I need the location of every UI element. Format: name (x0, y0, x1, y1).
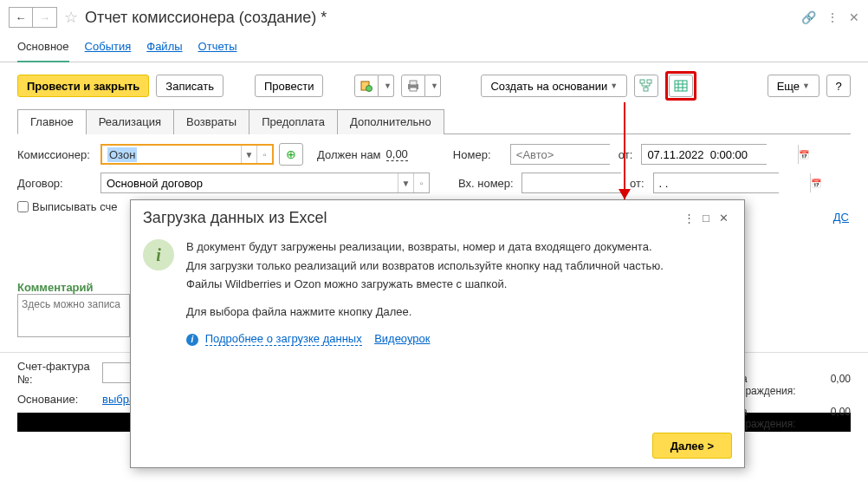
svg-rect-6 (647, 80, 651, 83)
nds-link-fragment[interactable]: ДС (833, 211, 849, 224)
excel-import-modal: Загрузка данных из Excel ⋮ □ ✕ i В докум… (130, 199, 745, 468)
open-icon[interactable]: ▫ (256, 146, 272, 163)
svg-rect-3 (410, 81, 417, 85)
contract-input[interactable]: ▼▫ (100, 173, 430, 193)
ext-number-input[interactable] (521, 173, 621, 193)
toolbar: Провести и закрыть Записать Провести ▼ ▼… (0, 62, 868, 109)
learn-more-link[interactable]: Подробнее о загрузке данных (205, 332, 362, 346)
tab-events[interactable]: События (85, 40, 132, 53)
basis-label: Основание: (17, 393, 95, 406)
open-icon[interactable]: ▫ (413, 173, 429, 192)
excel-icon (674, 79, 688, 93)
invoice-label: Счет-фактура №: (17, 360, 95, 386)
doc-tab-extra[interactable]: Дополнительно (337, 109, 444, 134)
doc-tab-sales[interactable]: Реализация (86, 109, 174, 134)
more-button[interactable]: Еще▼ (768, 75, 819, 97)
modal-menu-icon[interactable]: ⋮ (680, 212, 697, 225)
modal-maximize-icon[interactable]: □ (697, 212, 715, 225)
issue-invoice-checkbox[interactable]: Выписывать сче (17, 200, 118, 213)
plus-doc-icon: ⊕ (286, 147, 296, 161)
next-button[interactable]: Далее > (652, 433, 732, 459)
back-button[interactable]: ← (9, 7, 33, 28)
print-button[interactable] (401, 75, 425, 97)
doc-tab-returns[interactable]: Возвраты (173, 109, 249, 134)
highlighted-excel-button (665, 71, 696, 101)
date-input[interactable]: 📅 (641, 144, 767, 165)
help-button[interactable]: ? (826, 75, 851, 97)
page-title: Отчет комиссионера (создание) * (85, 9, 327, 27)
print-dropdown[interactable]: ▼ (425, 75, 441, 97)
forward-button[interactable]: → (33, 7, 57, 28)
number-label: Номер: (453, 148, 505, 161)
modal-text: В документ будут загружены реализации, в… (186, 239, 664, 417)
dropdown-icon[interactable]: ▼ (398, 173, 413, 192)
from-label: от: (619, 148, 633, 161)
attach-button[interactable] (354, 75, 379, 97)
svg-rect-7 (644, 88, 648, 91)
contract-label: Договор: (17, 177, 95, 190)
calendar-icon[interactable]: 📅 (810, 173, 821, 192)
comment-textarea[interactable] (17, 294, 130, 337)
menu-dots-icon[interactable]: ⋮ (826, 10, 839, 24)
owes-value[interactable]: 0,00 (386, 147, 408, 161)
tab-main[interactable]: Основное (17, 40, 69, 62)
modal-title: Загрузка данных из Excel (143, 209, 680, 227)
ext-number-label: Вх. номер: (458, 177, 516, 190)
tree-icon (639, 79, 653, 93)
print-button-group: ▼ (401, 75, 441, 97)
save-button[interactable]: Записать (156, 75, 223, 97)
attach-dropdown[interactable]: ▼ (379, 75, 394, 97)
commissioner-input[interactable]: Озон ▼ ▫ (100, 144, 274, 165)
commissioner-label: Комиссионер: (17, 148, 95, 161)
close-window-icon[interactable]: ✕ (849, 10, 859, 24)
modal-close-icon[interactable]: ✕ (715, 212, 732, 225)
link-icon[interactable]: 🔗 (801, 10, 816, 24)
small-info-icon: i (186, 334, 198, 346)
title-actions: 🔗 ⋮ ✕ (801, 10, 859, 24)
printer-icon (406, 79, 420, 93)
video-link[interactable]: Видеоурок (374, 332, 430, 345)
svg-rect-5 (640, 80, 645, 83)
create-based-button[interactable]: Создать на основании▼ (481, 75, 627, 97)
callout-arrow (624, 102, 625, 205)
titlebar: ← → ☆ Отчет комиссионера (создание) * 🔗 … (0, 0, 868, 35)
from2-label: от: (630, 177, 645, 190)
svg-rect-4 (410, 88, 417, 91)
number-input[interactable] (510, 144, 610, 165)
owes-label: Должен нам (317, 148, 381, 161)
info-icon: i (143, 239, 174, 270)
post-and-close-button[interactable]: Провести и закрыть (17, 75, 149, 97)
tab-reports[interactable]: Отчеты (198, 40, 237, 53)
clip-icon (360, 79, 373, 93)
tab-files[interactable]: Файлы (146, 40, 182, 53)
calendar-icon[interactable]: 📅 (798, 145, 809, 164)
nav-tabs: Основное События Файлы Отчеты (0, 35, 868, 62)
svg-rect-8 (675, 81, 687, 91)
dropdown-icon[interactable]: ▼ (241, 146, 256, 163)
attach-button-group: ▼ (354, 75, 394, 97)
excel-import-button[interactable] (669, 75, 693, 97)
add-commissioner-button[interactable]: ⊕ (279, 143, 303, 166)
ext-date-input[interactable]: 📅 (653, 173, 779, 193)
doc-tabs: Главное Реализация Возвраты Предоплата Д… (17, 109, 851, 134)
doc-tab-main[interactable]: Главное (17, 109, 87, 134)
structure-button[interactable] (634, 75, 658, 97)
doc-tab-prepay[interactable]: Предоплата (249, 109, 338, 134)
post-button[interactable]: Провести (255, 75, 324, 97)
favorite-star-icon[interactable]: ☆ (64, 8, 78, 27)
reward-fragment: а граждения: 0,00 а граждения: 0,00 (742, 373, 851, 435)
svg-point-1 (366, 86, 372, 92)
